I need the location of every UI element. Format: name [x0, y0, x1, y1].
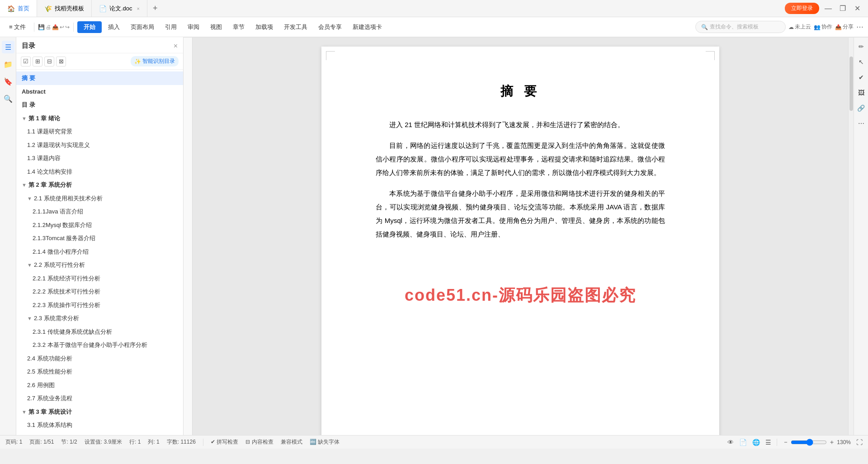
- review-button[interactable]: 审阅: [183, 21, 204, 33]
- toc-item-1-3[interactable]: 1.3 课题内容: [16, 152, 183, 165]
- toc-item-2-1-4[interactable]: 2.1.4 微信小程序介绍: [16, 245, 183, 259]
- cloud-button[interactable]: ☁ 未上云: [788, 23, 811, 31]
- toc-item-2-7[interactable]: 2.7 系统业务流程: [16, 392, 183, 405]
- vertical-scrollbar[interactable]: [848, 38, 854, 435]
- close-button[interactable]: ✕: [852, 3, 863, 14]
- view-icon-outline[interactable]: ☰: [765, 439, 771, 446]
- file-manager-icon[interactable]: 📁: [2, 58, 14, 71]
- toc-item-ch2[interactable]: ▼第 2 章 系统分析: [16, 178, 183, 192]
- page-corner-tr: [706, 51, 715, 60]
- search-sidebar-icon[interactable]: 🔍: [2, 92, 14, 105]
- toc-item-abstract[interactable]: 摘 要: [16, 71, 183, 85]
- more-button[interactable]: ⋯: [856, 23, 863, 31]
- right-image-icon[interactable]: 🖼: [856, 87, 867, 98]
- zoom-minus-button[interactable]: －: [783, 438, 789, 446]
- register-button[interactable]: 立即登录: [785, 3, 819, 14]
- toolbar-right: 🔍 查找命令、搜索模板 ☁ 未上云 👥 协作 📤 分享 ⋯: [695, 21, 863, 33]
- cloud-label: 未上云: [795, 23, 811, 31]
- toc-item-2-2[interactable]: ▼2.2 系统可行性分析: [16, 258, 183, 272]
- toc-item-3-2[interactable]: 3.2 系统功能结构: [16, 432, 183, 436]
- smart-toc-button[interactable]: ✨ 智能识别目录: [131, 56, 179, 66]
- home-icon: 🏠: [7, 5, 15, 12]
- right-link-icon[interactable]: 🔗: [856, 103, 867, 114]
- toc-item-2-2-1[interactable]: 2.2.1 系统经济可行性分析: [16, 272, 183, 285]
- toc-item-2-3-2[interactable]: 2.3.2 本基于微信平台健身小助手小程序分析: [16, 338, 183, 352]
- command-search[interactable]: 🔍 查找命令、搜索模板: [695, 21, 786, 33]
- toc-item-1-2[interactable]: 1.2 课题现状与实现意义: [16, 138, 183, 152]
- toc-item-2-2-3[interactable]: 2.2.3 系统操作可行性分析: [16, 298, 183, 312]
- toc-item-2-1-3[interactable]: 2.1.3Tomcat 服务器介绍: [16, 232, 183, 245]
- toc-item-2-1-2[interactable]: 2.1.2Mysql 数据库介绍: [16, 218, 183, 232]
- toc-item-toc[interactable]: 目 录: [16, 98, 183, 112]
- right-more-icon[interactable]: ⋯: [856, 118, 867, 129]
- devtools-button[interactable]: 开发工具: [279, 21, 312, 33]
- toc-item-2-5[interactable]: 2.5 系统性能分析: [16, 365, 183, 379]
- right-edit-icon[interactable]: ✏: [856, 41, 867, 52]
- view-icon-print[interactable]: 📄: [739, 439, 747, 446]
- ruler-horizontal: [184, 37, 868, 38]
- chapter-button[interactable]: 章节: [228, 21, 249, 33]
- content-check[interactable]: ⊟ 内容检查: [245, 438, 273, 446]
- view-icon-web[interactable]: 🌐: [752, 439, 760, 446]
- tab-doc[interactable]: 📄 论文.doc ×: [92, 0, 147, 17]
- spell-check[interactable]: ✔ 拼写检查: [211, 438, 238, 446]
- right-spell-icon[interactable]: ✔: [856, 72, 867, 83]
- toc-item-2-3-1[interactable]: 2.3.1 传统健身系统优缺点分析: [16, 325, 183, 339]
- toc-item-2-6[interactable]: 2.6 用例图: [16, 379, 183, 392]
- toc-item-1-4[interactable]: 1.4 论文结构安排: [16, 165, 183, 179]
- toc-sidebar-icon[interactable]: ☰: [2, 41, 14, 53]
- toc-item-abstract-en[interactable]: Abstract: [16, 85, 183, 99]
- fit-width-icon[interactable]: ⛶: [856, 439, 863, 446]
- document-page[interactable]: code51.cn-源码乐园盗图必究 摘 要 进入 21 世纪网络和计算机技术得…: [321, 47, 719, 435]
- file-menu[interactable]: ≡ 文件: [5, 21, 30, 33]
- doc-title: 摘 要: [376, 83, 665, 100]
- view-icon-normal[interactable]: 👁: [727, 439, 734, 446]
- addons-button[interactable]: 加载项: [251, 21, 278, 33]
- view-button[interactable]: 视图: [206, 21, 226, 33]
- share-button[interactable]: 📤 分享: [835, 23, 854, 31]
- toc-item-1-1[interactable]: 1.1 课题研究背景: [16, 125, 183, 138]
- toc-close-button[interactable]: ×: [174, 42, 178, 50]
- page-scroll-area[interactable]: code51.cn-源码乐园盗图必究 摘 要 进入 21 世纪网络和计算机技术得…: [193, 38, 848, 435]
- scrollbar-thumb[interactable]: [849, 57, 853, 111]
- page-number: 页码: 1: [5, 438, 22, 446]
- start-button[interactable]: 开始: [77, 21, 102, 33]
- toc-item-3-1[interactable]: 3.1 系统体系结构: [16, 418, 183, 432]
- layout-button[interactable]: 页面布局: [126, 21, 159, 33]
- collab-button[interactable]: 👥 协作: [814, 23, 832, 31]
- toc-collapse-btn[interactable]: ⊟: [44, 57, 54, 66]
- tab-doc-close[interactable]: ×: [137, 6, 140, 11]
- zoom-slider[interactable]: [791, 439, 827, 446]
- newtab-button[interactable]: 新建选项卡: [348, 21, 387, 33]
- tab-home[interactable]: 🏠 首页: [0, 0, 37, 17]
- toc-item-2-1[interactable]: ▼2.1 系统使用相关技术分析: [16, 192, 183, 205]
- undo-icon[interactable]: ↩: [60, 24, 64, 30]
- insert-button[interactable]: 插入: [104, 21, 124, 33]
- restore-button[interactable]: ❐: [837, 3, 848, 14]
- export-icon[interactable]: 📤: [52, 24, 59, 30]
- toc-check-btn[interactable]: ☑: [21, 57, 31, 66]
- redo-icon[interactable]: ↪: [65, 24, 70, 30]
- tab-add-button[interactable]: +: [147, 4, 163, 13]
- toc-delete-btn[interactable]: ⊠: [56, 57, 66, 66]
- zoom-plus-button[interactable]: ＋: [829, 438, 835, 446]
- toc-item-2-1-1[interactable]: 2.1.1Java 语言介绍: [16, 205, 183, 218]
- doc-para-2[interactable]: 目前，网络的运行速度以达到了千兆，覆盖范围更是深入到生活中的角角落落。这就促使微…: [376, 139, 665, 180]
- bookmark-sidebar-icon[interactable]: 🔖: [2, 75, 14, 88]
- doc-para-3[interactable]: 本系统为基于微信平台健身小助手小程序，是采用微信和网络技术进行开发的健身相关的平…: [376, 187, 665, 241]
- toc-item-ch3[interactable]: ▼第 3 章 系统设计: [16, 405, 183, 419]
- toc-item-2-4[interactable]: 2.4 系统功能分析: [16, 352, 183, 365]
- font-missing[interactable]: 🔤 缺失字体: [310, 438, 340, 446]
- minimize-button[interactable]: —: [823, 3, 834, 14]
- toc-item-2-2-2[interactable]: 2.2.2 系统技术可行性分析: [16, 285, 183, 298]
- right-cursor-icon[interactable]: ↖: [856, 57, 867, 67]
- reference-button[interactable]: 引用: [160, 21, 181, 33]
- toc-add-btn[interactable]: ⊞: [33, 57, 42, 66]
- tab-templates[interactable]: 🌾 找稻壳模板: [37, 0, 92, 17]
- save-icon[interactable]: 💾: [38, 24, 45, 30]
- doc-para-1[interactable]: 进入 21 世纪网络和计算机技术得到了飞速发展，并和生活进行了紧密的结合。: [376, 118, 665, 132]
- vip-button[interactable]: 会员专享: [314, 21, 346, 33]
- toc-item-2-3[interactable]: ▼2.3 系统需求分析: [16, 312, 183, 325]
- toc-item-ch1[interactable]: ▼第 1 章 绪论: [16, 112, 183, 125]
- print-icon[interactable]: 🖨: [46, 24, 51, 30]
